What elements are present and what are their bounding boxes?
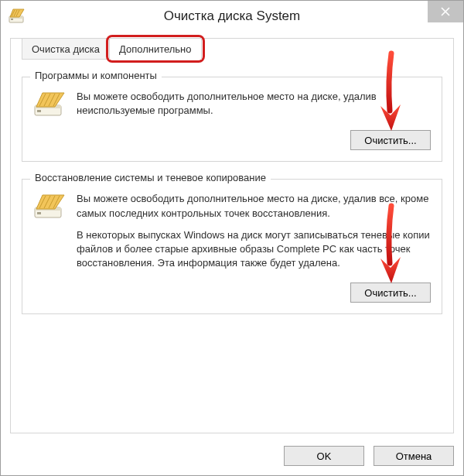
svg-rect-10 bbox=[37, 110, 41, 112]
cancel-button[interactable]: Отмена bbox=[374, 446, 454, 466]
group-restore-text: Вы можете освободить дополнительное мест… bbox=[77, 192, 431, 278]
disk-cleanup-window: Очистка диска System Очистка диска Допол… bbox=[0, 0, 464, 476]
disk-broom-icon bbox=[33, 90, 66, 125]
close-button[interactable] bbox=[428, 1, 463, 22]
group-restore-description-2: В некоторых выпусках Windows на диск мог… bbox=[77, 228, 431, 271]
group-restore: Восстановление системы и теневое копиров… bbox=[22, 179, 442, 314]
close-icon bbox=[441, 7, 450, 16]
dialog-buttons: OK Отмена bbox=[284, 446, 454, 466]
group-programs: Программы и компоненты Вы може bbox=[22, 77, 442, 162]
titlebar: Очистка диска System bbox=[1, 1, 463, 32]
ok-button[interactable]: OK bbox=[284, 446, 364, 466]
programs-cleanup-button[interactable]: Очистить... bbox=[350, 130, 431, 150]
group-programs-title: Программы и компоненты bbox=[30, 70, 162, 81]
restore-cleanup-button[interactable]: Очистить... bbox=[350, 283, 431, 303]
group-programs-text: Вы можете освободить дополнительное мест… bbox=[77, 90, 431, 125]
group-restore-description-1: Вы можете освободить дополнительное мест… bbox=[77, 192, 431, 220]
tab-disk-cleanup[interactable]: Очистка диска bbox=[22, 38, 110, 60]
group-programs-description: Вы можете освободить дополнительное мест… bbox=[77, 90, 431, 118]
svg-rect-17 bbox=[37, 212, 41, 214]
window-title: Очистка диска System bbox=[164, 9, 300, 24]
disk-cleanup-icon bbox=[9, 8, 26, 25]
tab-strip: Очистка диска Дополнительно bbox=[22, 38, 442, 60]
disk-broom-icon bbox=[33, 192, 66, 278]
group-restore-title: Восстановление системы и теневое копиров… bbox=[30, 172, 271, 183]
tab-more-options[interactable]: Дополнительно bbox=[109, 38, 202, 60]
svg-rect-2 bbox=[11, 19, 13, 20]
client-area: Очистка диска Дополнительно Программы и … bbox=[10, 38, 454, 433]
